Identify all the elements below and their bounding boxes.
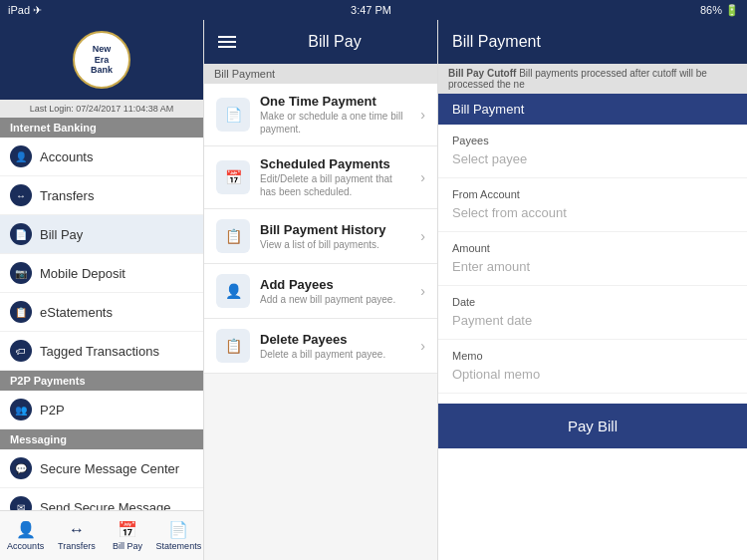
secure-message-center-icon: 💬 <box>10 457 32 479</box>
tab-transfers[interactable]: ↔ Transfers <box>51 511 102 560</box>
center-section-label: Bill Payment <box>204 64 437 84</box>
right-panel-header: Bill Payment <box>438 20 747 64</box>
tagged-transactions-icon: 🏷 <box>10 340 32 362</box>
logo-text: NewEraBank <box>91 44 113 76</box>
sidebar-item-secure-message-center[interactable]: 💬 Secure Message Center <box>0 449 203 488</box>
menu-items-list: 📄 One Time Payment Make or schedule a on… <box>204 84 437 560</box>
menu-item-scheduled-payments[interactable]: 📅 Scheduled Payments Edit/Delete a bill … <box>204 146 437 209</box>
tab-accounts-label: Accounts <box>7 541 44 551</box>
sidebar-item-p2p[interactable]: 👥 P2P <box>0 391 203 429</box>
bill-pay-icon: 📄 <box>10 223 32 245</box>
hamburger-line-2 <box>218 41 236 43</box>
accounts-label: Accounts <box>40 149 93 164</box>
one-time-payment-title: One Time Payment <box>260 94 410 109</box>
hamburger-button[interactable] <box>218 36 236 48</box>
center-panel-title: Bill Pay <box>246 33 423 51</box>
battery-label: 86% 🔋 <box>700 4 739 17</box>
memo-field[interactable]: Memo <box>438 340 747 394</box>
date-input[interactable] <box>452 313 733 328</box>
amount-input[interactable] <box>452 259 733 274</box>
sidebar-logo: NewEraBank <box>0 20 203 100</box>
sidebar: NewEraBank Last Login: 07/24/2017 11:04:… <box>0 20 204 560</box>
from-account-input[interactable] <box>452 205 733 220</box>
amount-field[interactable]: Amount <box>438 232 747 286</box>
bill-payment-form: Bill Payment Payees From Account Amount … <box>438 94 747 560</box>
payment-history-title: Bill Payment History <box>260 222 410 237</box>
tab-bill-pay[interactable]: 📅 Bill Pay <box>103 511 153 560</box>
section-header-messaging: Messaging <box>0 429 203 449</box>
last-login: Last Login: 07/24/2017 11:04:38 AM <box>0 100 203 118</box>
bill-pay-label: Bill Pay <box>40 227 83 242</box>
delete-payees-title: Delete Payees <box>260 332 410 347</box>
delete-payees-icon: 📋 <box>216 329 250 363</box>
section-header-internet-banking: Internet Banking <box>0 118 203 138</box>
sidebar-item-transfers[interactable]: ↔ Transfers <box>0 176 203 215</box>
tab-statements-icon: 📄 <box>168 520 188 539</box>
menu-item-one-time-payment[interactable]: 📄 One Time Payment Make or schedule a on… <box>204 84 437 146</box>
section-header-p2p: P2P Payments <box>0 371 203 391</box>
cutoff-bar: Bill Pay Cutoff Bill payments processed … <box>438 64 747 94</box>
one-time-payment-icon: 📄 <box>216 98 250 132</box>
payment-history-desc: View a list of bill payments. <box>260 238 410 251</box>
accounts-icon: 👤 <box>10 145 32 167</box>
payment-history-chevron: › <box>420 228 425 244</box>
p2p-icon: 👥 <box>10 399 32 420</box>
menu-item-delete-payees[interactable]: 📋 Delete Payees Delete a bill payment pa… <box>204 319 437 374</box>
memo-input[interactable] <box>452 367 733 382</box>
center-panel-header: Bill Pay <box>204 20 437 64</box>
tab-accounts-icon: 👤 <box>16 520 36 539</box>
status-time: 3:47 PM <box>351 4 391 16</box>
logo-circle: NewEraBank <box>73 31 130 89</box>
mobile-deposit-label: Mobile Deposit <box>40 266 125 281</box>
menu-item-add-payees[interactable]: 👤 Add Payees Add a new bill payment paye… <box>204 264 437 319</box>
from-account-label: From Account <box>452 188 733 200</box>
right-panel: Bill Payment Bill Pay Cutoff Bill paymen… <box>438 20 747 560</box>
add-payees-desc: Add a new bill payment payee. <box>260 293 410 306</box>
tagged-transactions-label: Tagged Transactions <box>40 344 159 359</box>
send-secure-message-icon: ✉ <box>10 496 32 510</box>
ipad-label: iPad ✈ <box>8 4 42 17</box>
scheduled-payments-desc: Edit/Delete a bill payment that has been… <box>260 172 410 198</box>
tab-accounts[interactable]: 👤 Accounts <box>0 511 51 560</box>
secure-message-center-label: Secure Message Center <box>40 461 179 476</box>
sidebar-item-tagged-transactions[interactable]: 🏷 Tagged Transactions <box>0 332 203 371</box>
status-bar: iPad ✈ 3:47 PM 86% 🔋 <box>0 0 747 20</box>
payment-history-icon: 📋 <box>216 219 250 253</box>
delete-payees-desc: Delete a bill payment payee. <box>260 348 410 361</box>
date-field[interactable]: Date <box>438 286 747 340</box>
tab-transfers-label: Transfers <box>58 541 96 551</box>
mobile-deposit-icon: 📷 <box>10 262 32 284</box>
tab-bill-pay-icon: 📅 <box>118 520 137 539</box>
sidebar-item-send-secure-message[interactable]: ✉ Send Secure Message <box>0 488 203 510</box>
tab-bill-pay-label: Bill Pay <box>113 541 142 551</box>
payees-input[interactable] <box>452 151 733 166</box>
pay-bill-button[interactable]: Pay Bill <box>438 404 747 448</box>
status-right: 86% 🔋 <box>700 4 739 17</box>
from-account-field[interactable]: From Account <box>438 178 747 232</box>
tab-statements[interactable]: 📄 Statements <box>153 511 204 560</box>
estatements-icon: 📋 <box>10 301 32 323</box>
payees-label: Payees <box>452 135 733 146</box>
delete-payees-text: Delete Payees Delete a bill payment paye… <box>260 332 410 361</box>
hamburger-line-1 <box>218 36 236 38</box>
tab-bar: 👤 Accounts ↔ Transfers 📅 Bill Pay 📄 Stat… <box>0 510 204 560</box>
send-secure-message-label: Send Secure Message <box>40 500 171 511</box>
scheduled-payments-chevron: › <box>420 169 425 185</box>
payees-field[interactable]: Payees <box>438 125 747 178</box>
sidebar-content: Internet Banking 👤 Accounts ↔ Transfers … <box>0 118 203 510</box>
sidebar-item-bill-pay[interactable]: 📄 Bill Pay <box>0 215 203 254</box>
sidebar-item-estatements[interactable]: 📋 eStatements <box>0 293 203 332</box>
one-time-payment-chevron: › <box>420 107 425 123</box>
add-payees-chevron: › <box>420 283 425 299</box>
add-payees-title: Add Payees <box>260 277 410 292</box>
hamburger-line-3 <box>218 46 236 48</box>
date-label: Date <box>452 296 733 308</box>
estatements-label: eStatements <box>40 305 113 320</box>
menu-item-payment-history[interactable]: 📋 Bill Payment History View a list of bi… <box>204 209 437 264</box>
sidebar-item-accounts[interactable]: 👤 Accounts <box>0 138 203 176</box>
delete-payees-chevron: › <box>420 338 425 354</box>
sidebar-item-mobile-deposit[interactable]: 📷 Mobile Deposit <box>0 254 203 293</box>
tab-statements-label: Statements <box>156 541 202 551</box>
right-panel-title: Bill Payment <box>452 33 541 51</box>
scheduled-payments-title: Scheduled Payments <box>260 156 410 171</box>
